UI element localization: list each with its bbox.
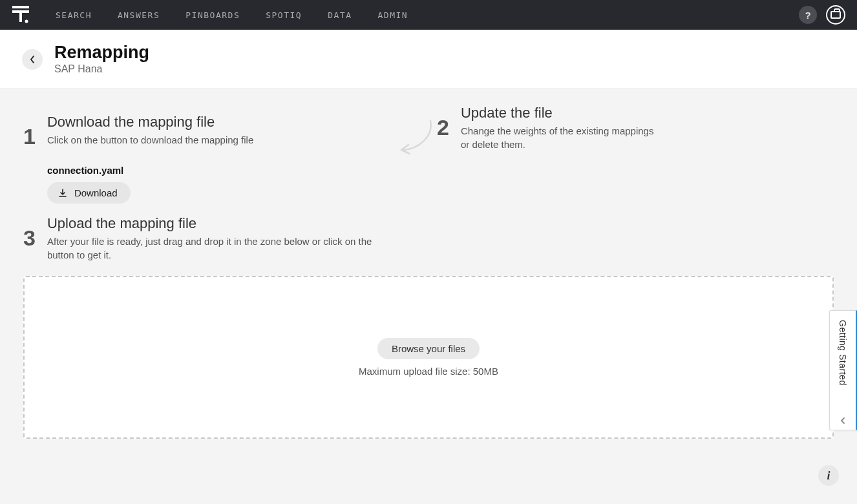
step-2: 2 Update the file Change the weights of … xyxy=(437,105,812,204)
step-2-desc: Change the weights of the existing mappi… xyxy=(461,124,655,151)
nav-search[interactable]: SEARCH xyxy=(56,10,92,20)
topbar-right: ? xyxy=(799,5,845,25)
title-block: Remapping SAP Hana xyxy=(54,43,149,76)
download-button[interactable]: Download xyxy=(47,182,131,204)
nav-answers[interactable]: ANSWERS xyxy=(118,10,160,20)
step-1-desc: Click on the button to download the mapp… xyxy=(47,133,398,147)
step-1: 1 Download the mapping file Click on the… xyxy=(23,114,398,204)
briefcase-icon xyxy=(831,11,841,19)
getting-started-label: Getting Started xyxy=(838,320,848,386)
chevron-left-icon xyxy=(29,55,36,64)
page-header: Remapping SAP Hana xyxy=(0,30,857,89)
page-title: Remapping xyxy=(54,43,149,63)
upload-dropzone[interactable]: Browse your files Maximum upload file si… xyxy=(23,276,834,439)
steps-row: 1 Download the mapping file Click on the… xyxy=(23,114,834,204)
logo-icon xyxy=(12,6,29,24)
step-3-number: 3 xyxy=(23,227,36,249)
top-nav: SEARCH ANSWERS PINBOARDS SPOTIQ DATA ADM… xyxy=(0,0,857,30)
svg-rect-0 xyxy=(12,6,29,8)
info-button[interactable]: i xyxy=(818,465,839,486)
step-2-title: Update the file xyxy=(461,105,812,121)
step-1-title: Download the mapping file xyxy=(47,114,398,131)
curved-arrow-icon xyxy=(392,118,443,163)
getting-started-tab[interactable]: Getting Started xyxy=(829,310,857,430)
step-2-number: 2 xyxy=(437,116,449,138)
content-area: 1 Download the mapping file Click on the… xyxy=(0,89,857,504)
nav-items: SEARCH ANSWERS PINBOARDS SPOTIQ DATA ADM… xyxy=(56,10,799,20)
mapping-filename: connection.yaml xyxy=(47,165,398,176)
nav-data[interactable]: DATA xyxy=(328,10,352,20)
back-button[interactable] xyxy=(22,49,43,70)
download-icon xyxy=(58,188,68,198)
brand-logo[interactable] xyxy=(12,5,30,25)
page-subtitle: SAP Hana xyxy=(54,63,149,75)
help-button[interactable]: ? xyxy=(799,6,817,24)
step-1-number: 1 xyxy=(23,125,36,147)
max-upload-size-label: Maximum upload file size: 50MB xyxy=(359,366,498,377)
browse-files-button[interactable]: Browse your files xyxy=(377,338,480,359)
nav-admin[interactable]: ADMIN xyxy=(378,10,408,20)
user-avatar[interactable] xyxy=(826,5,845,25)
svg-point-3 xyxy=(25,20,28,23)
nav-spotiq[interactable]: SPOTIQ xyxy=(266,10,302,20)
chevron-left-icon xyxy=(840,417,846,425)
svg-rect-2 xyxy=(19,10,22,22)
download-button-label: Download xyxy=(74,187,118,198)
nav-pinboards[interactable]: PINBOARDS xyxy=(185,10,240,20)
step-3-title: Upload the mapping file xyxy=(47,215,424,232)
step-3-desc: After your file is ready, just drag and … xyxy=(47,235,383,262)
step-3: 3 Upload the mapping file After your fil… xyxy=(23,215,424,262)
